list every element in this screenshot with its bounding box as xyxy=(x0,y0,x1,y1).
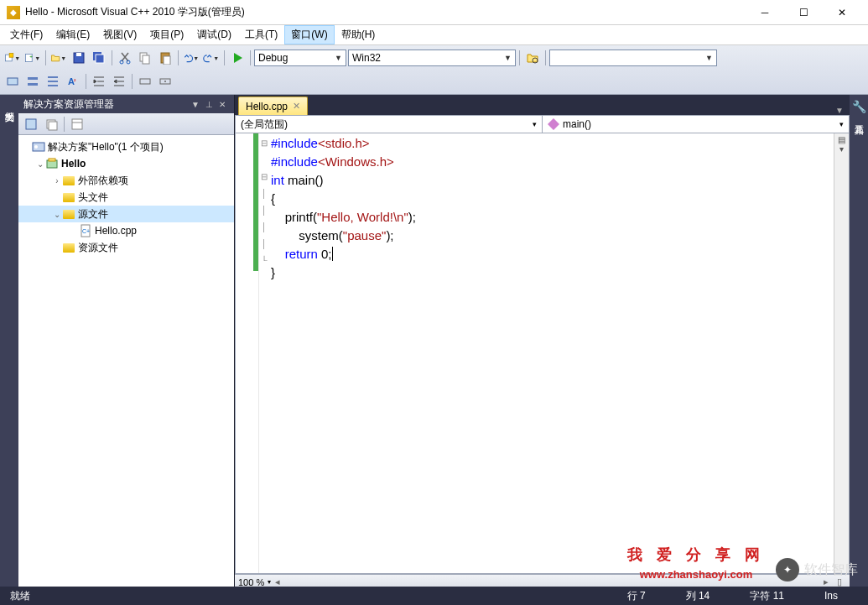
start-debug-button[interactable] xyxy=(228,49,247,67)
document-outline-tab[interactable]: 文档大纲 xyxy=(2,100,18,110)
close-button[interactable]: ✕ xyxy=(823,0,861,25)
scope-combo[interactable]: (全局范围)▾ xyxy=(236,116,543,133)
code-editor[interactable]: ⊟ ⊟ ││││└ #include<stdio.h> #include<Win… xyxy=(235,133,850,574)
toolbox-tab[interactable]: 工具箱 xyxy=(851,113,867,123)
panel-close-button[interactable]: ✕ xyxy=(216,97,229,111)
copy-button[interactable] xyxy=(136,49,154,67)
file-tab-hello-cpp[interactable]: Hello.cpp ✕ xyxy=(238,96,308,115)
code-text[interactable]: #include<stdio.h> #include<Windows.h> in… xyxy=(269,133,834,573)
svg-rect-33 xyxy=(548,118,559,130)
status-ins: Ins xyxy=(824,590,838,602)
solution-icon xyxy=(32,140,45,154)
svg-rect-16 xyxy=(28,77,38,80)
scroll-marker[interactable]: ▤▾ xyxy=(834,133,849,573)
status-col: 列 14 xyxy=(686,589,710,603)
method-icon xyxy=(548,118,559,130)
minimize-button[interactable]: ─ xyxy=(746,0,784,25)
find-combo[interactable]: ▼ xyxy=(549,50,717,66)
tree-headers[interactable]: 头文件 xyxy=(18,189,234,206)
left-dock-tab[interactable]: 文档大纲 xyxy=(0,95,18,589)
show-all-button[interactable] xyxy=(42,115,60,133)
menu-view[interactable]: 视图(V) xyxy=(96,25,143,44)
find-in-files-button[interactable] xyxy=(523,49,542,67)
svg-rect-20 xyxy=(140,79,150,84)
whitespace-button[interactable] xyxy=(156,72,174,91)
window-controls: ─ ☐ ✕ xyxy=(746,0,861,25)
right-dock-tab[interactable]: 🔧 工具箱 xyxy=(850,95,868,589)
wechat-icon: ✦ xyxy=(776,558,799,582)
open-button[interactable]: ▼ xyxy=(49,49,68,67)
menu-file[interactable]: 文件(F) xyxy=(3,25,49,44)
toolbar: ▼ +▼ ▼ ▼ ▼ Debug▼ Win32▼ ▼ A² xyxy=(0,45,868,95)
zoom-level[interactable]: 100 % xyxy=(238,577,264,587)
platform-combo[interactable]: Win32▼ xyxy=(348,50,516,66)
paste-button[interactable] xyxy=(156,49,174,67)
main-area: 文档大纲 解决方案资源管理器 ▼ ⊥ ✕ 解决方案"Hello"(1 个项目) … xyxy=(0,95,868,589)
solution-explorer-title: 解决方案资源管理器 xyxy=(23,97,114,112)
undo-button[interactable]: ▼ xyxy=(182,49,200,67)
change-marker xyxy=(253,133,258,271)
expand-icon[interactable]: ⌄ xyxy=(52,210,62,219)
tree-file-hello-cpp[interactable]: C+ Hello.cpp xyxy=(18,222,234,239)
cut-button[interactable] xyxy=(116,49,134,67)
menu-help[interactable]: 帮助(H) xyxy=(335,25,382,44)
bookmark-button[interactable]: A² xyxy=(64,72,82,91)
status-ready: 就绪 xyxy=(10,589,30,603)
add-item-button[interactable]: +▼ xyxy=(23,49,42,67)
home-button[interactable] xyxy=(22,115,40,133)
config-combo[interactable]: Debug▼ xyxy=(254,50,346,66)
svg-rect-13 xyxy=(164,56,170,65)
outline-collapse-icon[interactable]: ⊟ xyxy=(259,169,269,185)
panel-pin-button[interactable]: ⊥ xyxy=(202,97,216,111)
outline-gutter[interactable]: ⊟ ⊟ ││││└ xyxy=(259,133,269,573)
tab-close-icon[interactable]: ✕ xyxy=(293,101,300,112)
svg-rect-25 xyxy=(49,122,57,130)
new-project-button[interactable]: ▼ xyxy=(3,49,22,67)
indent-button[interactable] xyxy=(90,72,108,91)
member-combo[interactable]: main()▾ xyxy=(543,116,849,133)
folder-icon xyxy=(62,241,75,254)
tree-resources[interactable]: 资源文件 xyxy=(18,239,234,256)
folder-open-icon xyxy=(62,207,75,221)
panel-dropdown-button[interactable]: ▼ xyxy=(189,97,202,111)
vs-icon: ◆ xyxy=(7,6,20,19)
save-button[interactable] xyxy=(70,49,88,67)
status-bar: 就绪 行 7 列 14 字符 11 Ins xyxy=(0,587,868,605)
solution-tree[interactable]: 解决方案"Hello"(1 个项目) ⌄ Hello › 外部依赖项 头文件 ⌄… xyxy=(18,135,234,589)
outline-collapse-icon[interactable]: ⊟ xyxy=(259,135,269,152)
menu-tools[interactable]: 工具(T) xyxy=(238,25,284,44)
tree-project-node[interactable]: ⌄ Hello xyxy=(18,155,234,172)
svg-rect-1 xyxy=(9,54,13,58)
maximize-button[interactable]: ☐ xyxy=(784,0,823,25)
properties-button[interactable] xyxy=(68,115,86,133)
menu-debug[interactable]: 调试(D) xyxy=(190,25,238,44)
menu-window[interactable]: 窗口(W) xyxy=(284,25,334,44)
tree-external-deps[interactable]: › 外部依赖项 xyxy=(18,172,234,189)
tab-button[interactable] xyxy=(136,72,154,91)
solution-explorer-header: 解决方案资源管理器 ▼ ⊥ ✕ xyxy=(18,95,234,113)
menu-project[interactable]: 项目(P) xyxy=(143,25,190,44)
wrench-icon: 🔧 xyxy=(852,100,866,113)
svg-rect-11 xyxy=(143,55,149,64)
svg-rect-17 xyxy=(28,83,38,86)
tab-dropdown-button[interactable]: ▼ xyxy=(833,106,846,115)
expand-icon[interactable]: › xyxy=(52,176,62,185)
svg-text:²: ² xyxy=(74,78,76,84)
svg-rect-23 xyxy=(26,119,36,129)
expand-icon[interactable]: ⌄ xyxy=(35,159,45,169)
uncomment-button[interactable] xyxy=(44,72,62,91)
tree-sources[interactable]: ⌄ 源文件 xyxy=(18,206,234,222)
menu-bar: 文件(F) 编辑(E) 视图(V) 项目(P) 调试(D) 工具(T) 窗口(W… xyxy=(0,25,868,45)
tree-solution-node[interactable]: 解决方案"Hello"(1 个项目) xyxy=(18,138,234,155)
outdent-button[interactable] xyxy=(110,72,128,91)
redo-button[interactable]: ▼ xyxy=(202,49,221,67)
menu-edit[interactable]: 编辑(E) xyxy=(49,25,96,44)
svg-text:C+: C+ xyxy=(82,228,90,234)
editor-tab-strip: Hello.cpp ✕ ▼ xyxy=(235,95,850,115)
comment-button[interactable] xyxy=(23,72,42,91)
channel-badge: ✦ 软件智库 xyxy=(776,558,858,582)
toolbox-button[interactable] xyxy=(3,72,22,91)
save-all-button[interactable] xyxy=(90,49,108,67)
folder-icon xyxy=(62,190,75,204)
svg-point-28 xyxy=(34,145,38,149)
